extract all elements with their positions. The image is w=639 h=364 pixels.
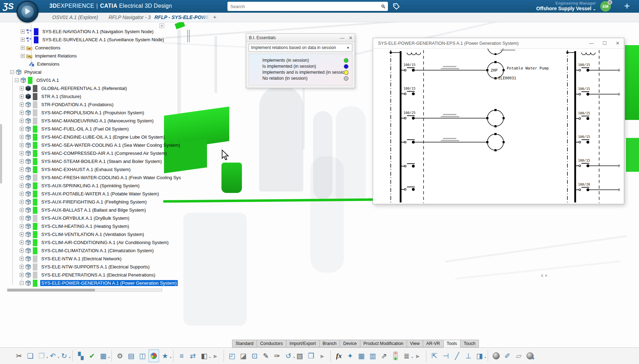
tree-item[interactable]: +SYS-MAC-COMPRESSED-AIR A.1 (Compressed … — [3, 149, 164, 157]
update-icon[interactable]: ↻▾ — [59, 350, 69, 362]
3ds-logo-icon[interactable]: ƷS — [3, 1, 15, 12]
display-options-icon[interactable]: ≣▾ — [401, 350, 412, 362]
close-icon[interactable]: ✕ — [616, 41, 620, 46]
select-zone-icon[interactable]: ▧ — [294, 350, 305, 362]
material-add-icon[interactable] — [525, 350, 535, 362]
tree-item[interactable]: +SYS-MAC-SEA-WATER-COOLING A.1 (Sea Wate… — [3, 141, 164, 149]
toolbar-tab-product-modification[interactable]: Product Modification — [360, 340, 407, 347]
tree-item[interactable]: +SYS-MAC-EXHAUST A.1 (Exhaust System) — [3, 165, 164, 174]
expand-icon[interactable]: + — [21, 38, 25, 42]
expand-icon[interactable]: + — [21, 46, 25, 50]
scrollbar-thumb[interactable] — [7, 289, 95, 291]
tree-horizontal-scrollbar[interactable] — [7, 289, 162, 292]
tree-collapse-button[interactable]: « — [159, 23, 164, 28]
tree-item[interactable]: +SYS-MAC-FUEL-OIL A.1 (Fuel Oil System) — [3, 125, 164, 133]
material-sphere-icon[interactable] — [491, 350, 501, 362]
reframe-icon[interactable]: ⇱ — [429, 350, 440, 362]
expand-icon[interactable]: + — [20, 127, 24, 131]
toolbar-tab-touch[interactable]: Touch — [460, 340, 479, 347]
expand-icon[interactable]: + — [20, 159, 24, 163]
expand-icon[interactable]: + — [20, 176, 24, 180]
clamp-icon[interactable]: ⊣ — [440, 350, 451, 362]
close-icon[interactable]: ✕ — [349, 35, 353, 41]
tree-item[interactable]: +SYS-CLIM-VENTILATION A.1 (Ventilation S… — [3, 230, 164, 238]
cube-visibility-icon[interactable]: ◰ — [227, 350, 237, 362]
tree-item[interactable]: +SYS-MAC-ENGINE-LUBE-OIL A.1 (Engine Lub… — [3, 133, 164, 141]
toolbar-tab-standard[interactable]: Standard — [232, 340, 257, 347]
expand-icon[interactable]: + — [20, 184, 24, 188]
toolbar-tab-branch[interactable]: Branch — [319, 340, 340, 347]
expand-icon[interactable]: + — [20, 86, 24, 90]
tree-item[interactable]: +GLOBAL-REFERENTIAL A.1 (Referential) — [3, 84, 164, 92]
expand-icon[interactable]: + — [20, 216, 24, 220]
expand-icon[interactable]: + — [21, 30, 25, 34]
3d-compass[interactable] — [17, 1, 38, 23]
tree-item[interactable]: +SYS-MAC-PROPULSION A.1 (Propulsion Syst… — [3, 109, 164, 117]
tag-icon[interactable] — [392, 2, 401, 11]
data-table-icon[interactable]: ▦ — [356, 350, 367, 362]
tree-item[interactable]: +SYS-CLIM-AIR-CONDITIONING A.1 (Air Cond… — [3, 238, 164, 247]
tree-item[interactable]: +SYS-ELE-NAVIGATION A.1 (Navigation Syst… — [3, 28, 164, 36]
tree-item[interactable]: +SYS-ELE-NTW A.1 (Electrical Network) — [3, 255, 164, 263]
notes-icon[interactable]: ≡ — [176, 350, 187, 362]
picker-icon[interactable]: ✐ — [502, 350, 513, 362]
tree-item[interactable]: +SYS-AUX-BALLAST A.1 (Ballast and Bilge … — [3, 206, 164, 214]
tree-item[interactable]: +SYS-AUX-DRYBULK A.1 (DryBulk System) — [3, 214, 164, 222]
tree-item[interactable]: +SYS-AUX-POTABLE-WATER A.1 (Potable Wate… — [3, 190, 164, 198]
left-scroll-strip[interactable] — [0, 124, 2, 183]
flow-icon[interactable]: ⇄ — [188, 350, 198, 362]
measure-icon[interactable]: ⇗ — [379, 350, 389, 362]
traffic-light-icon[interactable] — [390, 350, 401, 362]
expand-icon[interactable]: + — [20, 135, 24, 139]
edit-table-icon[interactable]: ▦▾ — [98, 350, 109, 362]
symbol-edit-icon[interactable]: ✑ — [272, 350, 282, 362]
copy-icon[interactable]: ❏ — [25, 350, 36, 362]
expand-icon[interactable]: + — [20, 273, 24, 277]
formula-icon[interactable]: fx — [334, 350, 344, 362]
expand-icon[interactable]: + — [20, 151, 24, 155]
tree-item[interactable]: −Physical — [3, 68, 164, 76]
data-manager-icon[interactable]: ⚙ — [115, 350, 125, 362]
add-content-button[interactable]: + — [624, 0, 630, 12]
document-tab-0[interactable]: OSV01 A.1 (Explore) — [49, 13, 102, 22]
tree-item[interactable]: +STR-FONDATION A.1 (Fondations) — [3, 101, 164, 109]
reload-icon[interactable]: ↺▾ — [283, 350, 294, 362]
tree-item[interactable]: +SYS-MAC-FRESH-WATER-COOLING A.1 (Fresh … — [3, 174, 164, 182]
sheet-edit-icon[interactable]: ✎ — [261, 350, 271, 362]
tree-item[interactable]: +SYS-AUX-SPRINKLING A.1 (Sprinkling Syst… — [3, 182, 164, 190]
minimize-icon[interactable]: — — [589, 41, 594, 46]
product-structure-icon[interactable]: ▚ — [75, 350, 86, 362]
undo-icon[interactable]: ↶▾ — [48, 350, 58, 362]
expand-icon[interactable]: + — [20, 241, 24, 244]
expand-more-icon[interactable]: ▸ — [317, 350, 328, 362]
schematic-canvas[interactable]: 100/152HPPotable Water PumpELE00031100/1… — [373, 49, 624, 204]
expand-icon[interactable]: + — [20, 249, 24, 253]
expand-icon[interactable]: + — [20, 208, 24, 212]
toolbar-tab-import-export[interactable]: Import/Export — [286, 340, 319, 347]
tree-item[interactable]: Extensions — [3, 60, 164, 68]
tree-item[interactable]: +SYS-CLIM-HEATING A.1 (Heating System) — [3, 222, 164, 230]
expand-icon[interactable]: + — [20, 192, 24, 196]
collapse-icon[interactable]: − — [20, 281, 24, 285]
expand-icon[interactable]: + — [20, 95, 24, 98]
filter-icon[interactable]: ◪ — [238, 350, 249, 362]
panel-drag-handle[interactable] — [187, 30, 190, 42]
collapse-icon[interactable]: − — [15, 78, 19, 82]
expand-more-icon[interactable]: ▸ — [413, 350, 423, 362]
tree-item[interactable]: +Implement Relations — [3, 52, 164, 60]
paste-icon[interactable]: ❐▾ — [36, 350, 47, 362]
toolbar-tab-tools[interactable]: Tools — [443, 340, 460, 347]
ruler-icon[interactable]: ╱ — [452, 350, 462, 362]
toolbar-tab-conductors[interactable]: Conductors — [257, 340, 286, 347]
expand-icon[interactable]: + — [20, 224, 24, 228]
minimize-icon[interactable]: — — [340, 35, 344, 41]
expand-icon[interactable]: + — [20, 232, 24, 236]
search-icon[interactable]: 🔍︎ — [379, 4, 388, 10]
toolbar-tab-device[interactable]: Device — [340, 340, 360, 347]
check-analysis-icon[interactable]: ⊡ — [249, 350, 260, 362]
validate-relations-icon[interactable]: ✔ — [87, 350, 97, 362]
tree-item[interactable]: +Connections — [3, 44, 164, 52]
expand-icon[interactable]: + — [20, 143, 24, 147]
expand-icon[interactable]: + — [20, 168, 24, 171]
tree-item[interactable]: +SYS-MAC-STEAM-BOILER A.1 (Steam and Boi… — [3, 157, 164, 165]
